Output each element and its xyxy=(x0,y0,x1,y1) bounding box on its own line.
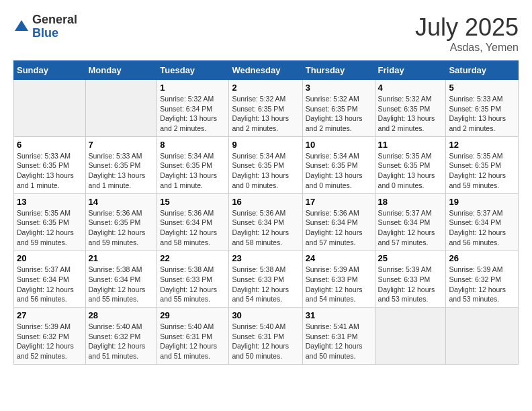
header-cell-monday: Monday xyxy=(85,61,157,80)
calendar-cell: 5Sunrise: 5:33 AMSunset: 6:35 PMDaylight… xyxy=(446,80,519,137)
cell-info: Sunrise: 5:36 AMSunset: 6:35 PMDaylight:… xyxy=(89,208,154,248)
cell-info: Sunrise: 5:39 AMSunset: 6:32 PMDaylight:… xyxy=(449,265,515,304)
calendar-cell: 17Sunrise: 5:36 AMSunset: 6:34 PMDayligh… xyxy=(302,193,375,250)
logo-general: General xyxy=(32,13,77,27)
day-number: 26 xyxy=(449,253,515,263)
cell-info: Sunrise: 5:38 AMSunset: 6:34 PMDaylight:… xyxy=(89,265,154,304)
calendar-cell: 27Sunrise: 5:39 AMSunset: 6:32 PMDayligh… xyxy=(14,308,86,365)
day-number: 10 xyxy=(306,140,372,150)
day-number: 30 xyxy=(232,310,299,320)
cell-info: Sunrise: 5:39 AMSunset: 6:33 PMDaylight:… xyxy=(378,265,443,304)
calendar-cell: 8Sunrise: 5:34 AMSunset: 6:35 PMDaylight… xyxy=(157,136,229,193)
calendar-cell: 12Sunrise: 5:35 AMSunset: 6:35 PMDayligh… xyxy=(446,136,519,193)
day-number: 2 xyxy=(232,83,299,93)
header-cell-sunday: Sunday xyxy=(14,61,86,80)
calendar-cell: 2Sunrise: 5:32 AMSunset: 6:35 PMDaylight… xyxy=(229,80,302,137)
calendar-cell: 31Sunrise: 5:41 AMSunset: 6:31 PMDayligh… xyxy=(302,308,375,365)
calendar-cell: 18Sunrise: 5:37 AMSunset: 6:34 PMDayligh… xyxy=(375,193,446,250)
day-number: 16 xyxy=(232,197,299,207)
day-number: 6 xyxy=(17,140,83,150)
cell-info: Sunrise: 5:36 AMSunset: 6:34 PMDaylight:… xyxy=(306,208,372,248)
calendar-cell: 1Sunrise: 5:32 AMSunset: 6:34 PMDaylight… xyxy=(157,80,229,137)
cell-info: Sunrise: 5:32 AMSunset: 6:34 PMDaylight:… xyxy=(160,94,226,134)
calendar-cell: 15Sunrise: 5:36 AMSunset: 6:34 PMDayligh… xyxy=(157,193,229,250)
day-number: 11 xyxy=(378,140,443,150)
cell-info: Sunrise: 5:35 AMSunset: 6:35 PMDaylight:… xyxy=(17,208,83,248)
day-number: 29 xyxy=(160,310,226,320)
cell-info: Sunrise: 5:40 AMSunset: 6:32 PMDaylight:… xyxy=(89,322,154,361)
calendar-cell: 16Sunrise: 5:36 AMSunset: 6:34 PMDayligh… xyxy=(229,193,302,250)
cell-info: Sunrise: 5:32 AMSunset: 6:35 PMDaylight:… xyxy=(378,94,443,134)
day-number: 14 xyxy=(89,197,154,207)
day-number: 20 xyxy=(17,253,83,263)
cell-info: Sunrise: 5:33 AMSunset: 6:35 PMDaylight:… xyxy=(89,151,154,191)
day-number: 31 xyxy=(306,310,372,320)
calendar-cell: 29Sunrise: 5:40 AMSunset: 6:31 PMDayligh… xyxy=(157,308,229,365)
logo-icon xyxy=(13,19,30,35)
calendar-cell xyxy=(85,80,157,137)
day-number: 3 xyxy=(306,83,372,93)
day-number: 22 xyxy=(160,253,226,263)
day-number: 25 xyxy=(378,253,443,263)
calendar-table: SundayMondayTuesdayWednesdayThursdayFrid… xyxy=(13,60,519,365)
calendar-cell: 22Sunrise: 5:38 AMSunset: 6:33 PMDayligh… xyxy=(157,250,229,308)
calendar-cell: 23Sunrise: 5:38 AMSunset: 6:33 PMDayligh… xyxy=(229,250,302,308)
week-row-4: 20Sunrise: 5:37 AMSunset: 6:34 PMDayligh… xyxy=(14,250,519,308)
day-number: 13 xyxy=(17,197,83,207)
header-row: SundayMondayTuesdayWednesdayThursdayFrid… xyxy=(14,61,519,80)
cell-info: Sunrise: 5:40 AMSunset: 6:31 PMDaylight:… xyxy=(232,322,299,361)
cell-info: Sunrise: 5:39 AMSunset: 6:32 PMDaylight:… xyxy=(17,322,83,361)
cell-info: Sunrise: 5:35 AMSunset: 6:35 PMDaylight:… xyxy=(449,151,515,191)
location: Asdas, Yemen xyxy=(415,42,519,54)
day-number: 21 xyxy=(89,253,154,263)
calendar-cell: 24Sunrise: 5:39 AMSunset: 6:33 PMDayligh… xyxy=(302,250,375,308)
day-number: 4 xyxy=(378,83,443,93)
day-number: 9 xyxy=(232,140,299,150)
day-number: 24 xyxy=(306,253,372,263)
header-cell-wednesday: Wednesday xyxy=(229,61,302,80)
week-row-5: 27Sunrise: 5:39 AMSunset: 6:32 PMDayligh… xyxy=(14,308,519,365)
logo: General Blue xyxy=(13,13,77,40)
day-number: 18 xyxy=(378,197,443,207)
cell-info: Sunrise: 5:32 AMSunset: 6:35 PMDaylight:… xyxy=(306,94,372,134)
week-row-1: 1Sunrise: 5:32 AMSunset: 6:34 PMDaylight… xyxy=(14,80,519,137)
calendar-cell: 11Sunrise: 5:35 AMSunset: 6:35 PMDayligh… xyxy=(375,136,446,193)
cell-info: Sunrise: 5:40 AMSunset: 6:31 PMDaylight:… xyxy=(160,322,226,361)
header-cell-thursday: Thursday xyxy=(302,61,375,80)
logo-text: General Blue xyxy=(32,13,77,40)
calendar-cell: 6Sunrise: 5:33 AMSunset: 6:35 PMDaylight… xyxy=(14,136,86,193)
cell-info: Sunrise: 5:33 AMSunset: 6:35 PMDaylight:… xyxy=(17,151,83,191)
logo-blue: Blue xyxy=(32,27,77,40)
day-number: 1 xyxy=(160,83,226,93)
month-title: July 2025 xyxy=(415,13,519,42)
cell-info: Sunrise: 5:32 AMSunset: 6:35 PMDaylight:… xyxy=(232,94,299,134)
cell-info: Sunrise: 5:36 AMSunset: 6:34 PMDaylight:… xyxy=(160,208,226,248)
calendar-cell xyxy=(446,308,519,365)
calendar-cell: 4Sunrise: 5:32 AMSunset: 6:35 PMDaylight… xyxy=(375,80,446,137)
day-number: 5 xyxy=(449,83,515,93)
cell-info: Sunrise: 5:41 AMSunset: 6:31 PMDaylight:… xyxy=(306,322,372,361)
calendar-cell: 14Sunrise: 5:36 AMSunset: 6:35 PMDayligh… xyxy=(85,193,157,250)
calendar-cell: 3Sunrise: 5:32 AMSunset: 6:35 PMDaylight… xyxy=(302,80,375,137)
cell-info: Sunrise: 5:37 AMSunset: 6:34 PMDaylight:… xyxy=(449,208,515,248)
cell-info: Sunrise: 5:39 AMSunset: 6:33 PMDaylight:… xyxy=(306,265,372,304)
cell-info: Sunrise: 5:34 AMSunset: 6:35 PMDaylight:… xyxy=(160,151,226,191)
calendar-cell: 21Sunrise: 5:38 AMSunset: 6:34 PMDayligh… xyxy=(85,250,157,308)
page-header: General Blue July 2025 Asdas, Yemen xyxy=(13,13,519,54)
day-number: 12 xyxy=(449,140,515,150)
day-number: 19 xyxy=(449,197,515,207)
cell-info: Sunrise: 5:34 AMSunset: 6:35 PMDaylight:… xyxy=(232,151,299,191)
calendar-cell: 13Sunrise: 5:35 AMSunset: 6:35 PMDayligh… xyxy=(14,193,86,250)
cell-info: Sunrise: 5:34 AMSunset: 6:35 PMDaylight:… xyxy=(306,151,372,191)
calendar-cell: 20Sunrise: 5:37 AMSunset: 6:34 PMDayligh… xyxy=(14,250,86,308)
day-number: 17 xyxy=(306,197,372,207)
cell-info: Sunrise: 5:37 AMSunset: 6:34 PMDaylight:… xyxy=(378,208,443,248)
calendar-cell: 28Sunrise: 5:40 AMSunset: 6:32 PMDayligh… xyxy=(85,308,157,365)
title-block: July 2025 Asdas, Yemen xyxy=(415,13,519,54)
day-number: 15 xyxy=(160,197,226,207)
cell-info: Sunrise: 5:37 AMSunset: 6:34 PMDaylight:… xyxy=(17,265,83,304)
calendar-header: SundayMondayTuesdayWednesdayThursdayFrid… xyxy=(14,61,519,80)
header-cell-tuesday: Tuesday xyxy=(157,61,229,80)
cell-info: Sunrise: 5:38 AMSunset: 6:33 PMDaylight:… xyxy=(232,265,299,304)
calendar-cell xyxy=(375,308,446,365)
